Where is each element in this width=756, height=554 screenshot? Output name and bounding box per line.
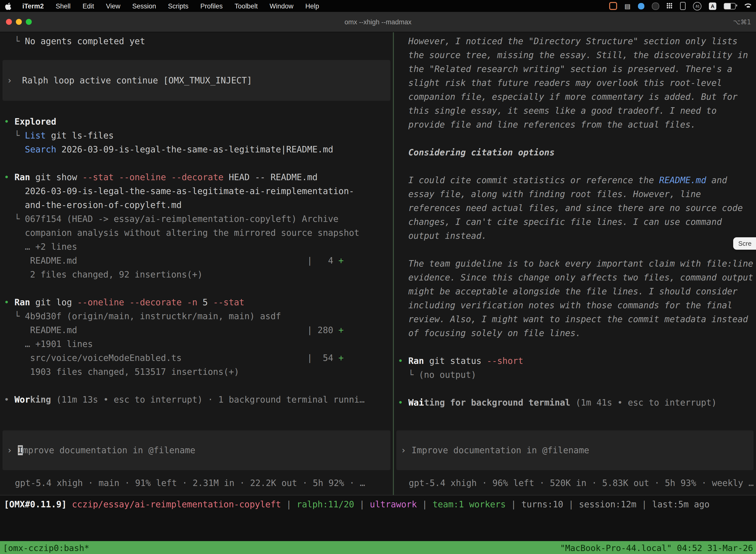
model-status-line-right: gpt-5.4 xhigh · 96% left · 520K in · 5.8… [394,476,756,490]
input-prompt-chevron: › [7,445,12,455]
spacer [0,406,393,430]
prompt-input-left[interactable]: ›Improve documentation in @filename [2,430,390,470]
reasoning-line: references need actual files, and since … [394,201,756,215]
blank-line [394,159,756,173]
prompt-input-right[interactable]: ›Improve documentation in @filename [396,430,754,470]
reasoning-line: including verification notes with those … [394,298,756,312]
menu-item-edit[interactable]: Edit [77,2,100,10]
terminal-pane-left[interactable]: └ No agents completed yet ›Ralph loop ac… [0,32,394,495]
input-placeholder: Improve documentation in @filename [412,445,589,455]
input-placeholder: mprove documentation in @filename [23,445,195,455]
waiting-status-line: • Waiting for background terminal (1m 41… [394,396,756,409]
menu-item-session[interactable]: Session [126,2,162,10]
tool-call-git-status: • Ran git status --short [394,354,756,368]
reasoning-line: However, I noticed the "Directory Struct… [394,34,756,48]
reasoning-line: of focusing solely on file lines. [394,326,756,340]
menu-item-window[interactable]: Window [264,2,299,10]
menu-items: iTerm2ShellEditViewSessionScriptsProfile… [16,2,325,10]
traffic-lights [0,19,32,25]
menu-item-iterm2[interactable]: iTerm2 [16,2,50,10]
reasoning-line: companion file, especially if more comme… [394,90,756,104]
reasoning-heading: Considering citation options [394,146,756,159]
keyboard-layout-icon[interactable]: A [709,2,716,10]
inject-text: Ralph loop active continue [OMX_TMUX_INJ… [22,75,252,86]
screen: iTerm2ShellEditViewSessionScriptsProfile… [0,0,756,554]
macos-menu-bar: iTerm2ShellEditViewSessionScriptsProfile… [0,0,756,12]
tool-call-explored: • Explored [0,115,393,128]
reasoning-line: slight risk that future readers may over… [394,76,756,90]
pane-left-lines: • Explored └ List git ls-files Search 20… [0,101,393,406]
phone-icon[interactable] [680,2,686,10]
command-wrap-line: and-the-erosion-of-copyleft.md [0,198,393,212]
tool-output-line: src/voice/voiceModeEnabled.ts | 54 + [0,351,393,365]
window-title: omx --xhigh --madmax [0,18,756,25]
menu-item-profiles[interactable]: Profiles [194,2,229,10]
menu-status-icons: ▤.61A [609,2,751,10]
reasoning-line: provide file and line references from th… [394,118,756,131]
tool-detail-line: └ List git ls-files [0,128,393,143]
menu-item-view[interactable]: View [100,2,126,10]
menu-item-help[interactable]: Help [299,2,325,10]
window-shortcut-badge: ⌥⌘1 [733,18,751,25]
dots-grid-icon[interactable] [667,3,673,9]
blank-line [0,281,393,295]
dark-app-icon[interactable] [652,2,659,10]
blank-line [394,131,756,146]
reasoning-line: I could cite commit statistics or refere… [394,173,756,187]
reasoning-line: changes, I can't cite specific file line… [394,215,756,229]
command-wrap-line: 2026-03-09-is-legal-the-same-as-legitima… [0,184,393,198]
tool-output-line: … +1901 lines [0,337,393,351]
gauge-badge-icon[interactable]: .61 [693,2,701,10]
tool-output-line: 1903 files changed, 513517 insertions(+) [0,365,393,379]
reasoning-line: this single essay, it seems like a good … [394,104,756,118]
tool-output-line: … +2 lines [0,240,393,254]
spacer [394,409,756,430]
wifi-icon[interactable] [743,3,751,9]
text-cursor: I [18,445,23,455]
reasoning-line: the "Related research writing" section i… [394,62,756,76]
input-prompt-chevron: › [401,445,406,455]
blank-line [0,379,393,393]
reasoning-line: review. Also, I might want to inspect th… [394,312,756,326]
tool-output-line: README.md | 280 + [0,323,393,337]
tool-output-line: └ 067f154 (HEAD -> essay/ai-reimplementa… [0,212,393,226]
reasoning-line: essay file, along with finding root file… [394,187,756,201]
tmux-session-window[interactable]: [omx-cczip0:bash* [3,543,89,553]
blank-line [0,101,393,115]
reasoning-line: output instead. [394,229,756,243]
apple-menu-icon[interactable] [5,2,11,10]
blank-line [394,340,756,354]
tool-output-line: └ 4b9d30f (origin/main, instructkr/main,… [0,309,393,323]
tool-output-line: companion analysis without altering the … [0,226,393,240]
screen-share-chip[interactable]: Scre [734,237,756,250]
tmux-status-bar: [omx-cczip0:bash* "MacBook-Pro-44.local"… [0,541,756,554]
tool-call-git-log: • Ran git log --oneline --decorate -n 5 … [0,295,393,309]
inject-prompt-chevron: › [7,75,12,86]
menu-item-scripts[interactable]: Scripts [162,2,194,10]
close-button[interactable] [6,19,12,25]
bottom-filler [0,513,756,541]
blank-line [394,382,756,396]
tool-output-line: └ (no output) [394,368,756,382]
tool-output-line: README.md | 4 + [0,254,393,268]
pane-left-pre-lines: └ No agents completed yet [0,34,393,48]
display-icon[interactable]: ▤ [624,2,630,10]
zoom-button[interactable] [26,19,32,25]
menu-item-toolbelt[interactable]: Toolbelt [229,2,264,10]
blank-line [394,243,756,257]
menu-item-shell[interactable]: Shell [50,2,77,10]
blue-app-icon[interactable] [638,3,644,9]
agents-status-line: └ No agents completed yet [0,34,393,48]
reasoning-line: evidence. Since this change only affects… [394,271,756,284]
tool-call-git-show: • Ran git show --stat --oneline --decora… [0,170,393,184]
reasoning-line: the source tree, missing the essay. Stil… [394,48,756,62]
reasoning-line: The team guideline is to back every impo… [394,257,756,271]
omx-status-bar: [OMX#0.11.9] cczip/essay/ai-reimplementa… [0,495,756,513]
model-status-line-left: gpt-5.4 xhigh · main · 91% left · 2.31M … [0,476,393,490]
minimize-button[interactable] [16,19,22,25]
terminal-pane-right[interactable]: However, I noticed the "Directory Struct… [394,32,756,495]
screen-recording-indicator[interactable] [609,2,617,10]
working-status-line: • Working (11m 13s • esc to interrupt) ·… [0,393,393,406]
tool-detail-line: Search 2026-03-09-is-legal-the-same-as-l… [0,143,393,156]
battery-icon[interactable] [724,3,736,9]
